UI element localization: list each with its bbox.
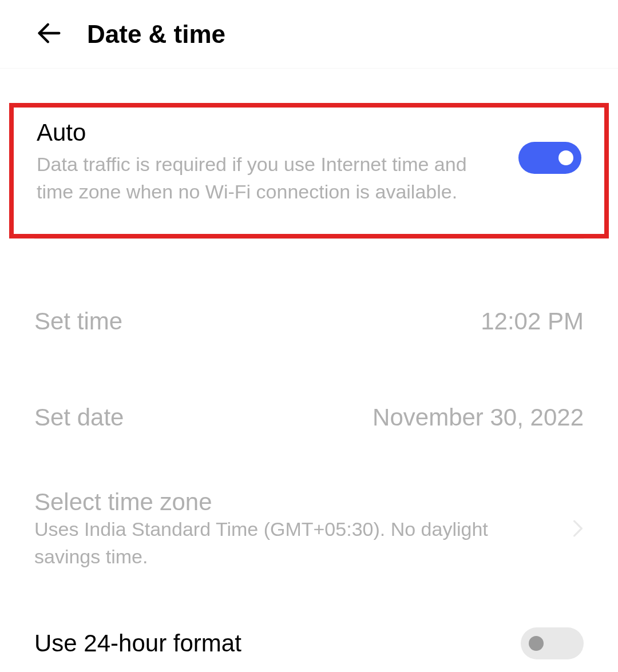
- back-button[interactable]: [34, 18, 64, 50]
- set-date-value: November 30, 2022: [373, 404, 584, 431]
- format-24h-label: Use 24-hour format: [34, 630, 241, 657]
- header: Date & time: [0, 0, 618, 69]
- auto-toggle[interactable]: [518, 142, 581, 174]
- timezone-subtitle: Uses India Standard Time (GMT+05:30). No…: [34, 516, 492, 570]
- page-title: Date & time: [87, 20, 225, 49]
- toggle-knob: [558, 150, 573, 165]
- toggle-knob: [529, 636, 544, 651]
- timezone-row[interactable]: Select time zone Uses India Standard Tim…: [0, 471, 618, 587]
- arrow-left-icon: [34, 18, 64, 48]
- settings-list: Auto Data traffic is required if you use…: [0, 103, 618, 672]
- format-24h-toggle[interactable]: [521, 627, 584, 659]
- format-24h-row[interactable]: Use 24-hour format: [0, 610, 618, 672]
- spacer: [0, 239, 618, 291]
- timezone-label: Select time zone: [34, 488, 561, 516]
- set-time-value: 12:02 PM: [481, 308, 584, 335]
- auto-setting-subtitle: Data traffic is required if you use Inte…: [37, 151, 494, 205]
- auto-setting-row[interactable]: Auto Data traffic is required if you use…: [37, 119, 581, 205]
- auto-setting-highlight: Auto Data traffic is required if you use…: [9, 103, 609, 238]
- set-date-row[interactable]: Set date November 30, 2022: [0, 387, 618, 448]
- auto-setting-text: Auto Data traffic is required if you use…: [37, 119, 518, 205]
- set-time-row[interactable]: Set time 12:02 PM: [0, 291, 618, 352]
- set-time-label: Set time: [34, 308, 122, 335]
- auto-setting-title: Auto: [37, 119, 518, 146]
- chevron-right-icon: [572, 519, 584, 540]
- set-date-label: Set date: [34, 404, 124, 431]
- timezone-text: Select time zone Uses India Standard Tim…: [34, 488, 561, 570]
